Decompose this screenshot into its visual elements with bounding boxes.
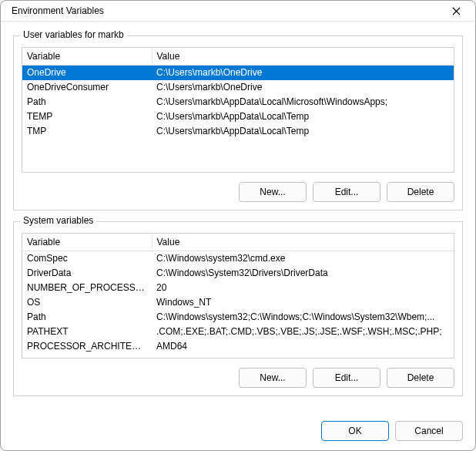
table-row[interactable]: OSWindows_NT [22,295,454,310]
cell-value: C:\Windows\system32;C:\Windows;C:\Window… [152,310,454,325]
user-col-header-variable[interactable]: Variable [22,48,152,66]
cell-variable: TEMP [22,109,152,124]
cell-variable: OneDriveConsumer [22,80,152,95]
cell-variable: Path [22,95,152,109]
cell-value: C:\Users\markb\AppData\Local\Microsoft\W… [152,95,454,109]
close-button[interactable] [446,1,466,21]
ok-button[interactable]: OK [321,421,389,441]
user-new-button[interactable]: New... [239,182,307,202]
cell-value: C:\Users\markb\AppData\Local\Temp [152,124,454,139]
table-row[interactable]: TMPC:\Users\markb\AppData\Local\Temp [22,124,454,139]
cell-value: .COM;.EXE;.BAT;.CMD;.VBS;.VBE;.JS;.JSE;.… [152,325,454,339]
table-row[interactable]: PathC:\Windows\system32;C:\Windows;C:\Wi… [22,310,454,325]
system-buttons-row: New... Edit... Delete [22,368,454,388]
cancel-button[interactable]: Cancel [395,421,463,441]
system-edit-button[interactable]: Edit... [313,368,380,388]
user-group-label: User variables for markb [20,29,127,40]
system-variables-table-container: Variable Value ComSpecC:\Windows\system3… [22,233,454,358]
cell-variable: PROCESSOR_ARCHITECTURE [22,339,152,354]
cell-variable: PATHEXT [22,325,152,339]
table-row[interactable]: OneDriveConsumerC:\Users\markb\OneDrive [22,80,454,95]
table-row[interactable]: PATHEXT.COM;.EXE;.BAT;.CMD;.VBS;.VBE;.JS… [22,325,454,339]
cell-variable: TMP [22,124,152,139]
cell-value: C:\Users\markb\AppData\Local\Temp [152,109,454,124]
user-edit-button[interactable]: Edit... [313,182,380,202]
user-variables-scroll[interactable]: Variable Value OneDriveC:\Users\markb\On… [22,48,454,172]
table-row[interactable]: NUMBER_OF_PROCESSORS20 [22,281,454,295]
user-buttons-row: New... Edit... Delete [22,182,454,202]
dialog-content: User variables for markb Variable Value … [1,22,475,415]
user-variables-table-container: Variable Value OneDriveC:\Users\markb\On… [22,47,454,173]
table-row[interactable]: PathC:\Users\markb\AppData\Local\Microso… [22,95,454,109]
cell-value: C:\Windows\system32\cmd.exe [152,251,454,267]
system-delete-button[interactable]: Delete [387,368,454,388]
table-row[interactable]: DriverDataC:\Windows\System32\Drivers\Dr… [22,266,454,281]
titlebar: Environment Variables [1,1,475,22]
system-group-label: System variables [20,215,96,226]
table-row[interactable]: OneDriveC:\Users\markb\OneDrive [22,66,454,81]
cell-value: C:\Windows\System32\Drivers\DriverData [152,266,454,281]
user-variables-group: User variables for markb Variable Value … [13,35,463,210]
cell-variable: NUMBER_OF_PROCESSORS [22,281,152,295]
table-row[interactable]: TEMPC:\Users\markb\AppData\Local\Temp [22,109,454,124]
cell-variable: OneDrive [22,66,152,81]
cell-variable: Path [22,310,152,325]
system-col-header-value[interactable]: Value [152,234,454,251]
cell-value: AMD64 [152,339,454,354]
user-variables-table: Variable Value OneDriveC:\Users\markb\On… [22,48,454,139]
table-row[interactable]: ComSpecC:\Windows\system32\cmd.exe [22,251,454,267]
dialog-buttons-row: OK Cancel [1,415,475,451]
cell-variable: DriverData [22,266,152,281]
system-variables-group: System variables Variable Value ComSpecC… [13,221,463,396]
cell-value: 20 [152,281,454,295]
window-title: Environment Variables [12,5,104,16]
system-variables-table: Variable Value ComSpecC:\Windows\system3… [22,234,454,354]
cell-variable: OS [22,295,152,310]
user-delete-button[interactable]: Delete [387,182,454,202]
cell-value: C:\Users\markb\OneDrive [152,80,454,95]
table-row[interactable]: PROCESSOR_ARCHITECTUREAMD64 [22,339,454,354]
system-new-button[interactable]: New... [239,368,307,388]
system-variables-scroll[interactable]: Variable Value ComSpecC:\Windows\system3… [22,234,454,358]
environment-variables-dialog: Environment Variables User variables for… [0,0,476,451]
user-col-header-value[interactable]: Value [152,48,454,66]
close-icon [452,7,461,15]
cell-variable: ComSpec [22,251,152,267]
cell-value: C:\Users\markb\OneDrive [152,66,454,81]
system-col-header-variable[interactable]: Variable [22,234,152,251]
cell-value: Windows_NT [152,295,454,310]
